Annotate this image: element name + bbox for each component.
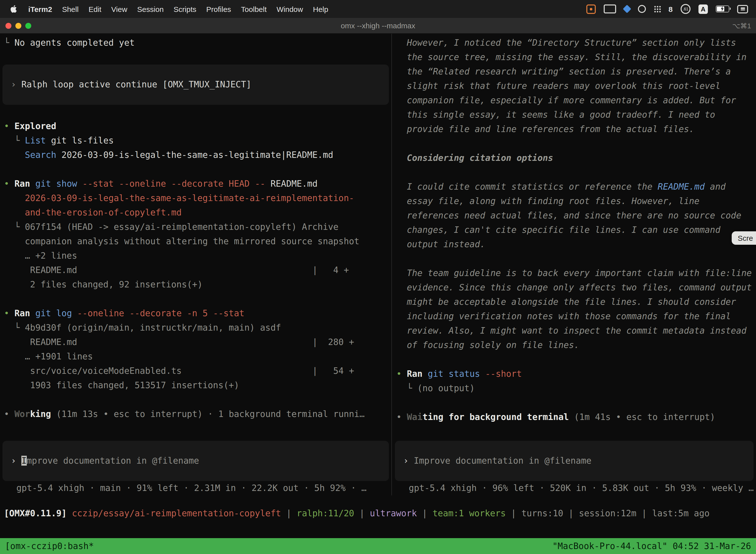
terminal-line: … +2 lines: [0, 249, 391, 263]
text-segment: the “Related research writing” section i…: [396, 66, 731, 76]
menu-item-edit[interactable]: Edit: [83, 5, 107, 13]
spacer: [0, 422, 391, 441]
prompt-line[interactable]: › Improve documentation in @filename: [11, 454, 385, 468]
text-segment: Ralph loop active continue [OMX_TMUX_INJ…: [21, 79, 251, 89]
battery-charging-icon[interactable]: [716, 5, 729, 12]
window-title-bar: omx --xhigh --madmax ⌥⌘1: [0, 18, 756, 34]
text-segment: git log: [30, 308, 72, 318]
terminal-line: output instead.: [392, 237, 756, 252]
prompt-input-left[interactable]: › Improve documentation in @filename: [2, 441, 389, 481]
ralph-loop-banner: › Ralph loop active continue [OMX_TMUX_I…: [2, 64, 389, 105]
scrollback-right: However, I noticed the “Directory Struct…: [392, 34, 756, 425]
thinking-heading: Considering citation options: [392, 151, 756, 165]
text-segment: of focusing solely on file lines.: [396, 340, 579, 350]
menu-item-scripts[interactable]: Scripts: [169, 5, 201, 13]
activity-status-line: • Working (11m 13s • esc to interrupt) ·…: [0, 407, 391, 422]
text-segment: the source tree, missing the essay. Stil…: [396, 52, 747, 62]
text-segment: changes, I can't cite specific file line…: [396, 225, 720, 235]
text-segment: references need actual files, and since …: [396, 211, 741, 220]
text-segment: README.md: [265, 179, 318, 189]
close-window-button[interactable]: [5, 22, 11, 29]
terminal-line: review. Also, I might want to inspect th…: [392, 324, 756, 338]
text-segment: ultrawork: [370, 508, 417, 518]
terminal-line: 1903 files changed, 513517 insertions(+): [0, 378, 391, 393]
text-segment: and: [705, 182, 726, 191]
blue-app-icon[interactable]: [623, 5, 631, 13]
terminal-pane-right[interactable]: However, I noticed the “Directory Struct…: [392, 34, 756, 495]
text-segment: essay file, along with finding root file…: [396, 196, 699, 206]
dots-grid-icon[interactable]: [653, 5, 660, 12]
text-segment: └: [4, 135, 25, 146]
prompt-line[interactable]: › Improve documentation in @filename: [403, 454, 750, 468]
window-shortcut-badge: ⌥⌘1: [732, 21, 756, 30]
text-segment: --stat --oneline --decorate HEAD --: [77, 179, 265, 189]
text-segment: └ 067f154 (HEAD -> essay/ai-reimplementa…: [4, 222, 338, 232]
gauge-icon[interactable]: .61: [681, 4, 691, 14]
prompt-input-right[interactable]: › Improve documentation in @filename: [395, 441, 754, 481]
text-segment: ting for background terminal: [422, 412, 569, 422]
terminal-line: README.md | 280 +: [0, 335, 391, 349]
blank-line: [0, 393, 391, 407]
blank-line: [0, 292, 391, 306]
text-segment: mprove documentation in @filename: [26, 456, 199, 466]
blank-line: [392, 396, 756, 410]
text-segment: Considering citation options: [396, 153, 553, 163]
text-segment: 2026-03-09-is-legal-the-same-as-legitima…: [4, 193, 354, 203]
terminal-line: • Ran git show --stat --oneline --decora…: [0, 177, 391, 191]
terminal-line: companion analysis without altering the …: [0, 234, 391, 249]
terminal-pane-left[interactable]: └ No agents completed yet› Ralph loop ac…: [0, 34, 392, 495]
activity-status-line: • Waiting for background terminal (1m 41…: [392, 410, 756, 425]
menu-item-view[interactable]: View: [107, 5, 132, 13]
menu-item-shell[interactable]: Shell: [57, 5, 83, 13]
terminal-line: Search 2026-03-09-is-legal-the-same-as-l…: [0, 148, 391, 162]
menu-app-name[interactable]: iTerm2: [23, 5, 57, 13]
blank-line: [0, 105, 391, 119]
input-source-letter: A: [701, 5, 706, 13]
terminal-line: including verification notes with those …: [392, 309, 756, 324]
text-segment: └ 4b9d30f (origin/main, instructkr/main,…: [4, 323, 281, 333]
menu-item-profiles[interactable]: Profiles: [201, 5, 236, 13]
menu-item-help[interactable]: Help: [308, 5, 333, 13]
blank-line: [392, 136, 756, 151]
text-segment: [4, 150, 25, 160]
gauge-value: .61: [683, 7, 688, 11]
menu-item-session[interactable]: Session: [132, 5, 169, 13]
text-segment: team:1 workers: [433, 508, 506, 518]
terminal-line: I could cite commit statistics or refere…: [392, 180, 756, 194]
zoom-window-button[interactable]: [25, 22, 31, 29]
menu-item-toolbelt[interactable]: Toolbelt: [236, 5, 271, 13]
terminal-line: src/voice/voiceModeEnabled.ts | 54 +: [0, 364, 391, 378]
text-segment: companion file, especially if more comme…: [396, 95, 736, 105]
text-segment: this single essay, it seems like a good …: [396, 110, 715, 120]
minimize-window-button[interactable]: [15, 22, 21, 29]
dark-app-icon[interactable]: [638, 5, 646, 13]
keyboard-icon[interactable]: [604, 4, 616, 13]
text-segment: 1903 files changed, 513517 insertions(+): [4, 380, 239, 390]
input-source-icon[interactable]: A: [698, 4, 708, 14]
text-segment: README.md: [658, 182, 705, 191]
menu-item-window[interactable]: Window: [271, 5, 308, 13]
screen-overlay-button[interactable]: Scre: [732, 231, 756, 245]
apple-menu-icon[interactable]: [10, 4, 17, 13]
terminal-line: README.md | 4 +: [0, 263, 391, 277]
text-segment: including verification notes with those …: [396, 311, 731, 321]
text-segment: git show: [30, 179, 77, 189]
text-segment: output instead.: [396, 239, 485, 249]
tmux-session-name[interactable]: [omx-cczip0:bash*: [5, 541, 94, 551]
text-segment: king: [30, 409, 51, 419]
text-segment: Wor: [14, 409, 30, 419]
text-segment: src/voice/voiceModeEnabled.ts | 54 +: [4, 366, 354, 376]
terminal-line: 2 files changed, 92 insertions(+): [0, 277, 391, 292]
terminal-line: evidence. Since this change only affects…: [392, 280, 756, 295]
screen-recording-indicator-icon[interactable]: [586, 4, 595, 14]
text-segment: README.md | 280 +: [4, 337, 354, 347]
text-segment: review. Also, I might want to inspect th…: [396, 326, 747, 336]
stat-8-icon[interactable]: 8: [669, 5, 673, 13]
control-center-icon[interactable]: [737, 5, 748, 13]
text-segment: --oneline --decorate -n 5 --stat: [72, 308, 244, 318]
text-segment: Ran: [407, 369, 422, 379]
text-segment: gpt-5.4 xhigh · 96% left · 520K in · 5.8…: [409, 483, 754, 493]
terminal-line: └ 4b9d30f (origin/main, instructkr/main,…: [0, 321, 391, 335]
text-segment: 2026-03-09-is-legal-the-same-as-legitima…: [56, 150, 333, 160]
terminal-line: the “Related research writing” section i…: [392, 64, 756, 79]
